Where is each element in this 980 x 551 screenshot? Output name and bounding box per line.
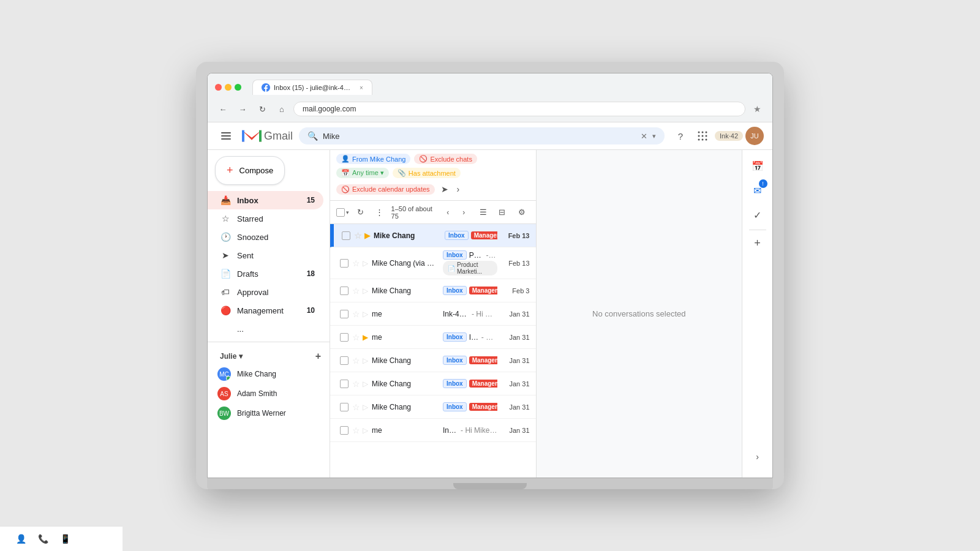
row-checkbox[interactable] <box>340 287 349 295</box>
search-input[interactable] <box>323 132 636 141</box>
right-check-button[interactable]: ✓ <box>747 204 769 226</box>
email-row[interactable]: ☆ ▷ me Ink-42 Finance Check In - Hi Mike… <box>330 419 536 442</box>
row-checkbox[interactable] <box>340 426 349 435</box>
search-bar[interactable]: 🔍 ✕ ▾ <box>299 127 665 144</box>
row-star[interactable]: ☆ <box>352 379 360 389</box>
email-row[interactable]: ☆ ▷ Mike Chang Inbox Management Invitati… <box>330 395 536 419</box>
pagination-next-button[interactable]: › <box>456 205 471 220</box>
contacts-section: Julie ▾ + MC Mike Chang AS <box>208 346 330 425</box>
row-importance-icon[interactable]: ▷ <box>363 403 368 411</box>
forward-button[interactable]: → <box>235 101 251 117</box>
maximize-window-button[interactable] <box>235 84 241 91</box>
filter-anytime-chip[interactable]: 📅 Any time ▾ <box>336 168 389 178</box>
view-list-button[interactable]: ☰ <box>475 204 492 221</box>
row-checkbox[interactable] <box>340 333 349 342</box>
right-expand-button[interactable]: › <box>747 446 769 468</box>
snoozed-icon: 🕐 <box>220 232 231 242</box>
email-row[interactable]: ☆ ▷ me Ink-42 Spring Pitch Schedule Acti… <box>330 302 536 326</box>
sidebar-item-snoozed[interactable]: 🕐 Snoozed <box>208 228 323 246</box>
select-all-checkbox[interactable] <box>336 208 345 217</box>
gmail-body: + Compose 📥 Inbox 15 ☆ Starred 🕐 Sn <box>208 150 772 478</box>
contact-item-brigitta[interactable]: BW Brigitta Werner <box>208 403 330 423</box>
row-importance-icon[interactable]: ▶ <box>364 231 370 240</box>
email-row[interactable]: ☆ ▶ Mike Chang Inbox Management Declined… <box>330 224 536 247</box>
management-badge: Management <box>469 380 497 388</box>
sidebar-item-sent[interactable]: ➤ Sent <box>208 246 323 264</box>
select-dropdown-arrow[interactable]: ▾ <box>346 209 349 216</box>
sidebar-item-starred[interactable]: ☆ Starred <box>208 209 323 228</box>
minimize-window-button[interactable] <box>225 84 232 91</box>
email-row[interactable]: ☆ ▷ Mike Chang Inbox Management Invitati… <box>330 279 536 302</box>
svg-point-10 <box>706 139 707 141</box>
back-button[interactable]: ← <box>215 101 231 117</box>
filter-more-button[interactable]: › <box>454 182 462 197</box>
more-options-button[interactable]: ⋮ <box>372 204 387 221</box>
row-importance-icon[interactable]: ▷ <box>363 287 368 295</box>
row-checkbox[interactable] <box>340 380 349 388</box>
view-split-button[interactable]: ⊟ <box>493 204 510 221</box>
sidebar-item-approval[interactable]: 🏷 Approval <box>208 283 323 301</box>
filter-from-chip[interactable]: 👤 From Mike Chang <box>336 154 410 164</box>
contacts-header-name[interactable]: Julie ▾ <box>220 352 243 361</box>
row-star[interactable]: ☆ <box>352 402 360 412</box>
filter-excal-chip[interactable]: 🚫 Exclude calendar updates <box>336 184 435 195</box>
gmail-logo: Gmail <box>242 129 293 143</box>
row-star[interactable]: ☆ <box>354 231 362 241</box>
row-importance-icon[interactable]: ▷ <box>363 356 368 365</box>
email-row[interactable]: ☆ ▶ me Inbox Ink-42 Spring Pitch Schedul… <box>330 326 536 349</box>
email-row[interactable]: ☆ ▷ Mike Chang Inbox Management Invitati… <box>330 372 536 395</box>
browser-tab[interactable]: Inbox (15) - julie@ink-42.com × <box>252 80 372 95</box>
compose-button[interactable]: + Compose <box>215 156 285 185</box>
reload-button[interactable]: ↻ <box>254 101 270 117</box>
search-dropdown-button[interactable]: ▾ <box>652 132 656 140</box>
row-star[interactable]: ☆ <box>352 258 360 268</box>
pagination-prev-button[interactable]: ‹ <box>440 205 455 220</box>
filter-attachment-chip[interactable]: 📎 Has attachment <box>393 168 461 178</box>
svg-point-5 <box>698 135 700 137</box>
avatar[interactable]: JU <box>745 127 764 145</box>
row-checkbox[interactable] <box>340 310 349 318</box>
filter-send-button[interactable]: ➤ <box>439 182 451 197</box>
row-importance-icon[interactable]: ▷ <box>363 259 368 268</box>
help-button[interactable]: ? <box>671 126 690 146</box>
contact-item-mike-chang[interactable]: MC Mike Chang <box>208 364 330 384</box>
settings-button[interactable]: ⚙ <box>514 204 529 221</box>
add-contact-button[interactable]: + <box>315 351 321 362</box>
nav-divider <box>208 342 330 342</box>
row-importance-icon[interactable]: ▷ <box>363 380 368 388</box>
filter-exclude-chats-chip[interactable]: 🚫 Exclude chats <box>414 154 477 164</box>
contact-item-adam-smith[interactable]: AS Adam Smith <box>208 384 330 403</box>
user-chip[interactable]: Ink·42 <box>715 131 743 141</box>
search-clear-button[interactable]: ✕ <box>641 132 647 141</box>
tab-close-button[interactable]: × <box>360 84 363 91</box>
right-calendar-button[interactable]: 📅 <box>747 155 769 177</box>
row-importance-icon[interactable]: ▷ <box>363 426 368 435</box>
row-star[interactable]: ☆ <box>352 356 360 365</box>
row-checkbox[interactable] <box>342 231 350 240</box>
contact-name-mike: Mike Chang <box>237 370 276 378</box>
email-row[interactable]: ☆ ▷ Mike Chang Inbox Management March Re… <box>330 349 536 372</box>
address-bar[interactable]: mail.google.com <box>293 102 745 116</box>
row-checkbox[interactable] <box>340 403 349 411</box>
home-button[interactable]: ⌂ <box>274 101 290 117</box>
bookmark-button[interactable]: ★ <box>749 101 765 117</box>
sidebar-item-more[interactable]: ... <box>208 320 323 338</box>
email-row[interactable]: ☆ ▷ Mike Chang (via Goo... Inbox Product… <box>330 247 536 279</box>
apps-button[interactable] <box>693 126 712 146</box>
row-checkbox[interactable] <box>340 259 349 268</box>
sidebar-item-drafts[interactable]: 📄 Drafts 18 <box>208 264 323 283</box>
refresh-button[interactable]: ↻ <box>353 204 368 221</box>
sidebar-item-inbox[interactable]: 📥 Inbox 15 <box>208 191 323 209</box>
row-star[interactable]: ☆ <box>352 425 360 435</box>
row-sender: Mike Chang <box>372 403 439 411</box>
right-add-button[interactable]: + <box>748 234 767 252</box>
row-star[interactable]: ☆ <box>352 332 360 342</box>
row-checkbox[interactable] <box>340 356 349 365</box>
row-importance-icon[interactable]: ▷ <box>363 310 368 318</box>
close-window-button[interactable] <box>215 84 222 91</box>
sidebar-item-management[interactable]: 🔴 Management 10 <box>208 301 323 320</box>
row-importance-icon[interactable]: ▶ <box>363 333 368 342</box>
row-star[interactable]: ☆ <box>352 286 360 296</box>
row-star[interactable]: ☆ <box>352 309 360 319</box>
hamburger-button[interactable] <box>216 126 236 146</box>
